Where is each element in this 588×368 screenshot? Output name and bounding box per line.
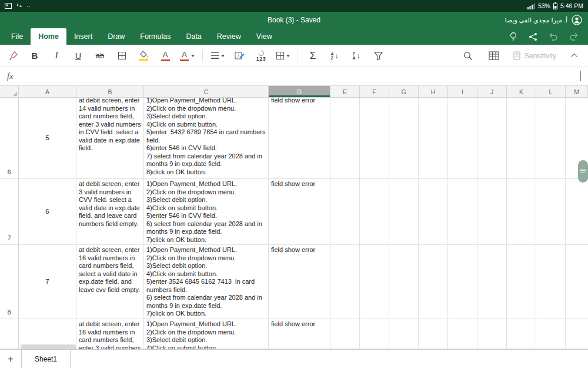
cell-d8[interactable]: field show error [269,245,330,319]
cell-g8[interactable] [389,245,419,319]
tab-data[interactable]: Data [178,28,209,45]
cell-j6[interactable] [477,98,507,179]
row-header-9[interactable] [0,319,19,349]
cell-d6[interactable]: field show error [269,98,330,179]
column-header-l[interactable]: L [536,86,566,97]
cell-a6[interactable]: 5 [19,98,76,179]
cell-i6[interactable] [448,98,477,179]
strikethrough-button[interactable]: ab [93,47,107,65]
cell-m8[interactable] [566,245,588,319]
vertical-scrollbar-thumb[interactable] [578,160,588,183]
search-button[interactable] [461,47,475,65]
column-header-e[interactable]: E [330,86,360,97]
tab-view[interactable]: View [249,28,280,45]
italic-button[interactable]: I [49,47,64,65]
cell-e7[interactable] [330,179,360,245]
cell-edit-button[interactable] [232,47,246,65]
sheet-tab-sheet1[interactable]: Sheet1 [21,350,71,368]
cell-j8[interactable] [477,245,507,319]
cell-b9[interactable]: at debit screen, enter 16 valid numbers … [76,319,144,349]
redo-icon[interactable] [569,32,579,41]
fill-color-button[interactable] [136,47,151,65]
cell-g6[interactable] [389,98,419,179]
select-all-corner[interactable] [0,86,19,97]
cell-k9[interactable] [507,319,536,349]
cell-g9[interactable] [389,319,419,349]
tab-insert[interactable]: Insert [66,28,100,45]
cell-k6[interactable] [507,98,536,179]
cell-m7[interactable] [566,179,588,245]
cell-c6[interactable]: 1)Open Payment_Method URL. 2)Click on th… [144,98,269,179]
cell-e6[interactable] [330,98,360,179]
add-sheet-button[interactable]: + [0,350,21,368]
cell-c7[interactable]: 1)Open Payment_Method URL. 2)Click on th… [144,179,269,245]
cell-c8[interactable]: 1)Open Payment_Method URL. 2)Click on th… [144,245,269,319]
column-header-c[interactable]: C [144,86,269,97]
cell-b7[interactable]: at debit screen, enter 3 valid numbers i… [76,179,144,245]
bold-button[interactable]: B [28,47,42,65]
avatar[interactable] [572,15,582,25]
cell-m9[interactable] [566,319,588,349]
column-header-m[interactable]: M [566,86,588,97]
tab-review[interactable]: Review [209,28,249,45]
cell-j9[interactable] [477,319,507,349]
cell-c9[interactable]: 1)Open Payment_Method URL. 2)Click on th… [144,319,269,349]
tab-file[interactable]: File [4,28,31,45]
column-header-b[interactable]: B [76,86,144,97]
autosum-button[interactable]: Σ [306,47,320,65]
table-button[interactable] [487,47,501,65]
cell-l9[interactable] [536,319,566,349]
row-header-6[interactable]: 6 [0,98,19,179]
cell-f6[interactable] [360,98,389,179]
underline-button[interactable]: U [71,47,85,65]
cell-h7[interactable] [419,179,448,245]
tab-home[interactable]: Home [31,28,66,45]
row-header-8[interactable]: 8 [0,245,19,319]
cell-e9[interactable] [330,319,360,349]
cell-a8[interactable]: 7 [19,245,76,319]
horizontal-scrollbar-thumb[interactable] [21,344,76,349]
undo-icon[interactable] [549,32,558,41]
number-format-button[interactable]: 123 [254,47,268,65]
tab-draw[interactable]: Draw [100,28,132,45]
cell-b6[interactable]: at debit screen, enter 14 valid numbers … [76,98,144,179]
column-header-j[interactable]: J [477,86,507,97]
column-header-k[interactable]: K [507,86,536,97]
tab-formulas[interactable]: Formulas [132,28,178,45]
sort-descending-button[interactable]: ZA ↓ [349,47,363,65]
column-header-h[interactable]: H [419,86,448,97]
font-color-button[interactable]: A [158,47,172,65]
cell-d9[interactable]: field show error [269,319,330,349]
cell-h9[interactable] [419,319,448,349]
formula-bar[interactable]: fx [0,67,588,86]
font-color-dropdown[interactable]: A [180,47,195,65]
cell-a7[interactable]: 6 [19,179,76,245]
cell-l8[interactable] [536,245,566,319]
column-header-g[interactable]: G [389,86,419,97]
column-header-a[interactable]: A [19,86,76,97]
tell-me-lightbulb-icon[interactable] [509,32,517,41]
cell-d7[interactable]: field show error [269,179,330,245]
cell-i7[interactable] [448,179,477,245]
cell-h8[interactable] [419,245,448,319]
cell-l7[interactable] [536,179,566,245]
cell-b8[interactable]: at debit screen, enter 16 valid numbers … [76,245,144,319]
cell-k8[interactable] [507,245,536,319]
cell-g7[interactable] [389,179,419,245]
expand-formula-bar-button[interactable] [580,71,581,82]
filter-button[interactable] [371,47,385,65]
column-header-f[interactable]: F [360,86,389,97]
format-painter-button[interactable] [6,47,20,65]
cell-k7[interactable] [507,179,536,245]
cell-h6[interactable] [419,98,448,179]
sort-ascending-button[interactable]: AZ ↓ [328,47,342,65]
collapse-ribbon-button[interactable] [568,47,582,65]
cell-i8[interactable] [448,245,477,319]
cell-f7[interactable] [360,179,389,245]
cell-e8[interactable] [330,245,360,319]
sensitivity-button[interactable]: Sensitivity [513,51,556,60]
borders-button[interactable] [115,47,129,65]
cell-format-dropdown[interactable] [276,47,290,65]
cell-f8[interactable] [360,245,389,319]
cell-j7[interactable] [477,179,507,245]
